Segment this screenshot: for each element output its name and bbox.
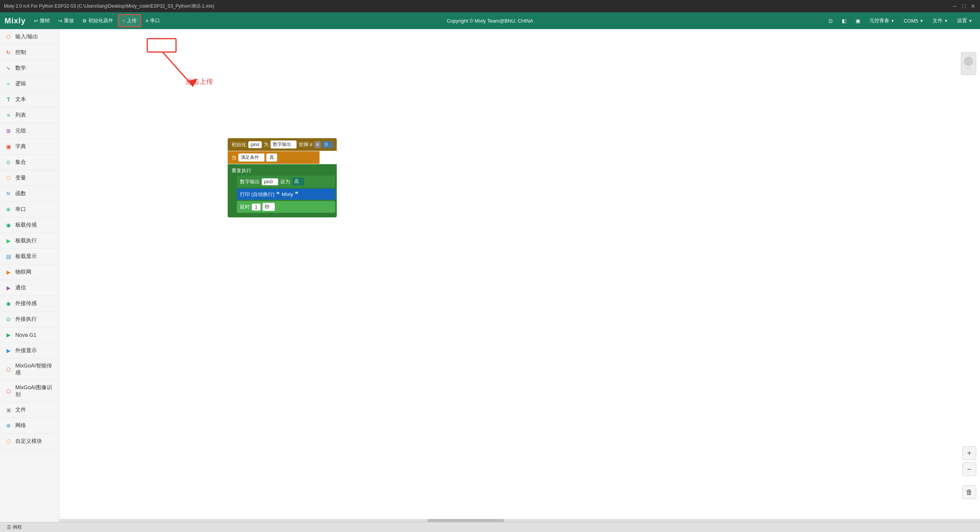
close-button[interactable]: ✕: [970, 3, 976, 9]
delay-label: 延时: [240, 204, 250, 211]
redo-button[interactable]: ↪ 重做: [54, 15, 78, 26]
view-icon2-button[interactable]: ◧: [839, 16, 850, 25]
sidebar-item-com[interactable]: ▶ 通信: [0, 280, 59, 296]
sidebar-item-network[interactable]: ⊕ 网络: [0, 418, 59, 434]
example-tab-label: 例程: [13, 524, 22, 530]
set-label: 集合: [15, 159, 26, 166]
digital-output-block[interactable]: 数字输出 pin0 设为 高: [237, 176, 335, 188]
scroll-thumb: [964, 57, 973, 66]
ai-image-label: MixGoAI图像识别: [15, 384, 54, 398]
sidebar-item-ext-display[interactable]: ▶ 外接显示: [0, 343, 59, 359]
init-button[interactable]: ⚙ 初始化器件: [78, 15, 117, 26]
sidebar-item-set[interactable]: ⊙ 集合: [0, 155, 59, 170]
pin-select-dropdown[interactable]: pin0: [262, 178, 278, 185]
example-tab[interactable]: ☰ 例程: [3, 523, 26, 532]
board-display-label: 板载显示: [15, 253, 37, 260]
file-dropdown-arrow: ▼: [944, 19, 948, 23]
serial-label: 串口: [15, 206, 26, 213]
minimize-button[interactable]: ─: [952, 3, 958, 9]
custom-icon: ⬡: [5, 437, 12, 445]
condition-dropdown[interactable]: 满足条件: [238, 153, 264, 162]
sidebar-item-custom[interactable]: ⬡ 自定义模块: [0, 434, 59, 449]
sidebar-item-io[interactable]: ⬡ 输入/输出: [0, 29, 59, 45]
var-label: 变量: [15, 175, 26, 181]
type-dropdown[interactable]: 数字输出: [271, 140, 297, 149]
zoom-in-button[interactable]: +: [962, 446, 976, 460]
workspace[interactable]: 点击上传 初始化 pin# 为 数字输出 管脚 # # 0 当: [59, 29, 980, 522]
when-block[interactable]: 当 满足条件 真: [228, 151, 320, 164]
sidebar-item-file[interactable]: ▣ 文件: [0, 402, 59, 418]
sidebar-item-iot[interactable]: ▶ 物联网: [0, 264, 59, 280]
settings-dropdown-arrow: ▼: [969, 19, 972, 23]
sidebar-item-dict[interactable]: ▣ 字典: [0, 139, 59, 155]
settings-menu-button[interactable]: 设置 ▼: [954, 16, 975, 26]
value-dropdown[interactable]: 高: [292, 178, 304, 186]
sidebar-item-list[interactable]: ≡ 列表: [0, 108, 59, 123]
sidebar-item-ext-exec[interactable]: ⊙ 外接执行: [0, 312, 59, 327]
sidebar-item-text[interactable]: T 文本: [0, 92, 59, 108]
settings-label: 设置: [957, 17, 967, 24]
view-icon3: ▣: [856, 18, 860, 24]
view-icon3-button[interactable]: ▣: [853, 16, 863, 25]
serial-menu-icon: ≡: [146, 18, 149, 24]
com-select-button[interactable]: COM5 ▼: [901, 16, 926, 25]
sidebar-item-control[interactable]: ↻ 控制: [0, 45, 59, 60]
scroll-thumb[interactable]: [427, 519, 504, 522]
init-label: 初始化: [232, 141, 246, 148]
user-dropdown-arrow: ▼: [891, 19, 895, 23]
sidebar-item-logic[interactable]: ≈ 逻辑: [0, 76, 59, 92]
upload-button[interactable]: ↑ 上传: [118, 14, 141, 27]
view-icon1-button[interactable]: ⊡: [825, 16, 836, 25]
connector-notch: [232, 213, 238, 216]
board-exec-icon: ▶: [5, 237, 12, 245]
sidebar-item-math[interactable]: ∿ 数学: [0, 60, 59, 76]
pin-num-dropdown[interactable]: 0: [323, 141, 333, 148]
view-icon2: ◧: [842, 18, 846, 24]
ai-sensor-label: MixGoAI智能传感: [15, 362, 54, 376]
horizontal-scrollbar[interactable]: [59, 519, 980, 522]
tuple-icon: ⊞: [5, 127, 12, 135]
block-program[interactable]: 初始化 pin# 为 数字输出 管脚 # # 0 当 满足条件 真: [228, 138, 337, 217]
sidebar-item-ext-sensor[interactable]: ◉ 外接传感: [0, 296, 59, 312]
sidebar-item-func[interactable]: fx 函数: [0, 186, 59, 202]
sidebar-item-board-exec[interactable]: ▶ 板载执行: [0, 233, 59, 249]
set-icon: ⊙: [5, 158, 12, 166]
user-label: 元控青春: [869, 17, 889, 24]
pin-num-label: 管脚 #: [298, 141, 313, 148]
file-item-label: 文件: [15, 406, 26, 413]
sidebar-item-ai-sensor[interactable]: ⬡ MixGoAI智能传感: [0, 359, 59, 380]
when-label: 当: [232, 154, 236, 161]
zoom-out-button[interactable]: −: [962, 462, 976, 476]
com-icon: ▶: [5, 284, 12, 292]
right-controls: ↑↓: [961, 52, 976, 75]
tuple-label: 元组: [15, 127, 26, 134]
sidebar-item-tuple[interactable]: ⊞ 元组: [0, 123, 59, 139]
trash-button[interactable]: 🗑: [962, 485, 976, 499]
maximize-button[interactable]: □: [961, 3, 967, 9]
sidebar-item-var[interactable]: ⬡ 变量: [0, 170, 59, 186]
sidebar-item-ai-image[interactable]: ⬡ MixGoAI图像识别: [0, 380, 59, 402]
sidebar-item-board-display[interactable]: ▤ 板载显示: [0, 249, 59, 264]
print-quote-close: ❞: [295, 191, 298, 198]
menu-right-section: ⊡ ◧ ▣ 元控青春 ▼ COM5 ▼ 文件 ▼ 设置 ▼: [825, 16, 975, 26]
io-icon: ⬡: [5, 33, 12, 41]
ext-sensor-icon: ◉: [5, 300, 12, 307]
file-menu-label: 文件: [933, 17, 942, 24]
sidebar-item-nova[interactable]: ▶ Nova G1: [0, 327, 59, 343]
title-text: Mixly 2.0 rc4 For Python ESP32-S3 (C:\Us…: [4, 3, 214, 10]
delay-block[interactable]: 延时 1 秒: [237, 201, 335, 213]
init-icon: ⚙: [82, 18, 87, 24]
print-block[interactable]: 打印 (自动换行) ❝ Mixly ❞: [237, 189, 335, 200]
init-block[interactable]: 初始化 pin# 为 数字输出 管脚 # # 0: [228, 138, 337, 151]
sidebar-item-serial[interactable]: ⊕ 串口: [0, 202, 59, 217]
nova-icon: ▶: [5, 331, 12, 339]
serial-button[interactable]: ≡ 串口: [142, 15, 164, 26]
delay-unit-dropdown[interactable]: 秒: [263, 203, 275, 211]
print-value: Mixly: [282, 191, 293, 197]
var-icon: ⬡: [5, 174, 12, 182]
sidebar-item-board-sensor[interactable]: ◉ 板载传感: [0, 217, 59, 233]
undo-button[interactable]: ↩ 撤销: [30, 15, 54, 26]
menu-bar: Mixly ↩ 撤销 ↪ 重做 ⚙ 初始化器件 ↑ 上传 ≡ 串口 Copyri…: [0, 12, 980, 29]
file-menu-button[interactable]: 文件 ▼: [929, 16, 951, 26]
user-menu-button[interactable]: 元控青春 ▼: [866, 16, 898, 26]
